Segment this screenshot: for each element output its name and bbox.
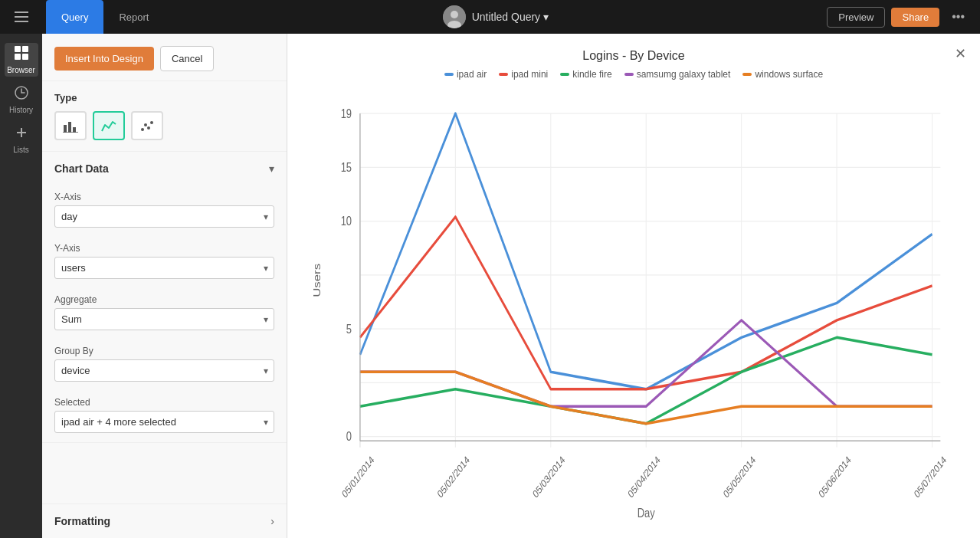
avatar [443,5,466,28]
svg-text:Users: Users [311,264,323,297]
type-scatter-button[interactable] [131,111,163,140]
yaxis-group: Y-Axis users [42,237,287,288]
share-button[interactable]: Share [891,8,939,27]
legend-ipad-mini: ipad mini [499,69,548,80]
svg-text:05/04/2014: 05/04/2014 [626,454,662,500]
legend-ipad-mini-label: ipad mini [511,69,548,80]
type-section-label: Type [54,92,274,103]
sidebar-item-browser[interactable]: Browser [5,43,38,77]
groupby-label: Group By [54,346,274,356]
svg-text:05/06/2014: 05/06/2014 [817,454,853,500]
aggregate-label: Aggregate [54,294,274,305]
groupby-select-wrapper: device [54,359,274,382]
formatting-section: Formatting › [42,504,287,538]
formatting-title: Formatting [54,515,110,527]
selected-select[interactable]: ipad air + 4 more selected [54,411,274,433]
xaxis-label: X-Axis [54,192,274,202]
panel-header: Insert Into Design Cancel [42,34,287,81]
yaxis-select-wrapper: users [54,257,274,279]
svg-point-4 [451,11,458,18]
groupby-group: Group By device [42,340,287,391]
legend-ipad-air-label: ipad air [457,69,487,80]
groupby-select[interactable]: device [54,359,274,382]
chart-container: 19 15 10 5 0 Users 05/01/2014 05/02/2014… [310,92,957,523]
topbar: Query Report Untitled Query ▾ Preview Sh… [0,0,980,34]
type-bar-button[interactable] [54,111,87,140]
svg-rect-8 [15,54,21,60]
sidebar-history-label: History [9,106,33,114]
chart-area: Logins - By Device ipad air ipad mini ki… [287,34,980,538]
modal: Insert Into Design Cancel Type Chart Dat [42,34,980,538]
svg-text:5: 5 [346,321,352,336]
preview-button[interactable]: Preview [827,7,885,28]
legend-kindle-fire: kindle fire [560,69,611,80]
legend-windows-label: windows surface [755,69,823,80]
tab-query[interactable]: Query [46,0,103,34]
hamburger-menu[interactable] [0,11,42,22]
svg-point-17 [141,128,144,131]
legend-samsung-label: samsumg galaxy tablet [637,69,731,80]
svg-text:05/01/2014: 05/01/2014 [340,454,376,500]
legend-ipad-air: ipad air [444,69,487,80]
svg-rect-15 [73,127,76,133]
svg-rect-1 [15,16,28,18]
legend-windows: windows surface [742,69,823,80]
more-options-button[interactable]: ••• [946,7,971,27]
svg-text:15: 15 [341,159,352,174]
svg-rect-2 [15,21,28,22]
sidebar-item-lists[interactable]: Lists [5,123,38,156]
left-panel: Insert Into Design Cancel Type Chart Dat [42,34,287,538]
type-line-button[interactable] [93,111,125,140]
svg-text:0: 0 [346,429,352,444]
chart-data-chevron: ▾ [269,162,274,175]
selected-label: Selected [54,397,274,408]
svg-text:05/02/2014: 05/02/2014 [436,454,472,500]
formatting-header[interactable]: Formatting › [42,504,287,538]
insert-into-design-button[interactable]: Insert Into Design [54,47,154,71]
svg-text:Day: Day [637,505,655,520]
svg-rect-13 [64,125,67,133]
sidebar: Browser History Lists [0,34,42,538]
selected-group: Selected ipad air + 4 more selected [42,391,287,442]
legend-kindle-fire-label: kindle fire [572,69,611,80]
chart-legend: ipad air ipad mini kindle fire samsumg g… [310,69,957,80]
chart-data-title: Chart Data [54,162,109,175]
tab-report[interactable]: Report [103,0,164,34]
svg-point-20 [150,121,153,124]
topbar-center: Untitled Query ▾ [164,5,827,28]
cancel-button[interactable]: Cancel [160,46,214,71]
svg-rect-0 [15,11,28,13]
chart-data-header[interactable]: Chart Data ▾ [42,152,287,185]
svg-text:19: 19 [341,106,352,120]
legend-samsung: samsumg galaxy tablet [624,69,731,80]
xaxis-select-wrapper: day [54,205,274,228]
svg-rect-14 [68,122,71,133]
chart-svg: 19 15 10 5 0 Users 05/01/2014 05/02/2014… [310,92,957,523]
aggregate-group: Aggregate Sum [42,288,287,340]
query-title[interactable]: Untitled Query ▾ [472,11,549,23]
close-button[interactable]: ✕ [949,43,971,64]
type-buttons [54,111,274,140]
svg-rect-7 [22,46,28,52]
yaxis-select[interactable]: users [54,257,274,279]
svg-point-19 [147,126,150,130]
xaxis-select[interactable]: day [54,205,274,228]
aggregate-select-wrapper: Sum [54,308,274,330]
svg-point-18 [144,123,147,126]
selected-select-wrapper: ipad air + 4 more selected [54,411,274,433]
svg-rect-6 [15,46,21,52]
svg-text:05/05/2014: 05/05/2014 [722,454,758,500]
formatting-chevron: › [270,515,274,527]
topbar-right: Preview Share ••• [827,7,980,28]
aggregate-select[interactable]: Sum [54,308,274,330]
sidebar-lists-label: Lists [13,146,29,154]
sidebar-item-history[interactable]: History [5,83,38,116]
svg-text:05/03/2014: 05/03/2014 [531,454,567,500]
sidebar-browser-label: Browser [7,66,35,74]
lists-icon [14,125,29,144]
chart-data-section: Chart Data ▾ X-Axis day Y-Axis users [42,152,287,443]
type-section: Type [42,81,287,152]
xaxis-group: X-Axis day [42,185,287,237]
svg-text:10: 10 [341,214,352,228]
browser-icon [14,45,29,64]
